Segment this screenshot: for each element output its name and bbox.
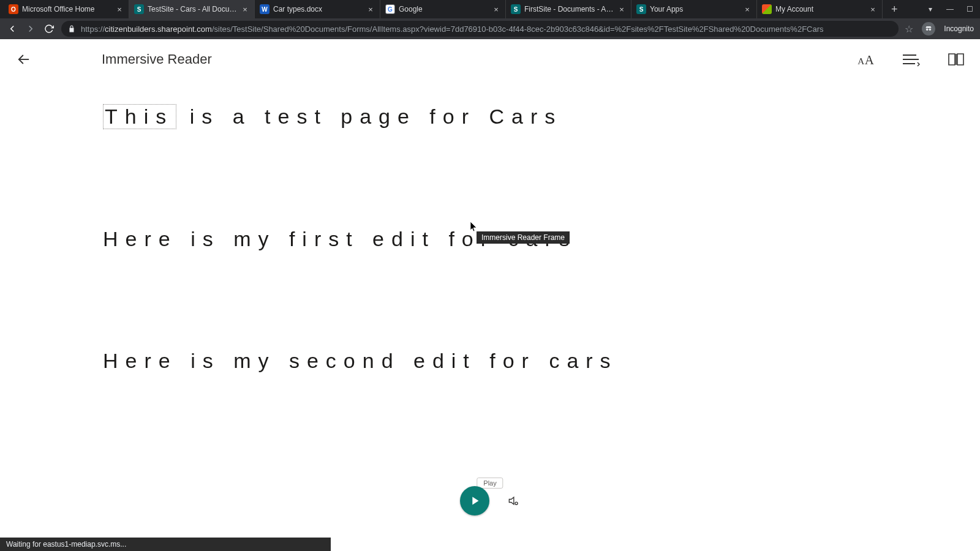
new-tab-button[interactable]: +: [888, 4, 902, 15]
url-text: https://citizenbuilders.sharepoint.com/s…: [81, 24, 824, 34]
minimize-icon[interactable]: —: [946, 5, 954, 13]
incognito-label: Incognito: [944, 24, 974, 33]
tab-title: Google: [399, 5, 488, 13]
browser-status-bar: Waiting for eastus1-mediap.svc.ms...: [0, 538, 331, 551]
tab-title: TestSite - Cars - All Documents: [148, 5, 237, 13]
window-controls: ▾ — ☐: [926, 5, 980, 13]
reader-content: This is a test page for Cars Here is my …: [0, 80, 980, 373]
svg-point-0: [926, 28, 929, 31]
office-favicon-icon: O: [9, 4, 18, 14]
tab-title: FirstSite - Documents - All Docu: [524, 5, 614, 13]
address-bar[interactable]: https://citizenbuilders.sharepoint.com/s…: [61, 21, 899, 37]
content-line-3: Here is my second edit for cars: [103, 349, 980, 373]
forward-button[interactable]: [24, 23, 37, 35]
close-icon[interactable]: ×: [743, 5, 752, 13]
reader-player: [0, 486, 980, 515]
content-line-1: This is a test page for Cars: [103, 104, 980, 129]
close-icon[interactable]: ×: [366, 5, 375, 13]
close-icon[interactable]: ×: [241, 5, 249, 13]
reload-button[interactable]: [43, 23, 55, 35]
svg-point-4: [515, 502, 518, 504]
word-favicon-icon: W: [260, 4, 270, 14]
address-row: https://citizenbuilders.sharepoint.com/s…: [0, 18, 980, 39]
reader-tools: AA: [855, 49, 967, 70]
text-preferences-button[interactable]: AA: [855, 49, 876, 70]
reading-preferences-button[interactable]: [946, 49, 967, 70]
reader-title: Immersive Reader: [102, 51, 212, 67]
tab-car-types-doc[interactable]: W Car types.docx ×: [255, 0, 380, 18]
browser-chrome: O Microsoft Office Home × S TestSite - C…: [0, 0, 980, 39]
tab-title: Your Apps: [650, 5, 739, 13]
tab-title: Microsoft Office Home: [22, 5, 111, 13]
play-button[interactable]: [460, 486, 489, 515]
microsoft-favicon-icon: [762, 4, 772, 14]
close-icon[interactable]: ×: [115, 5, 124, 13]
tab-title: My Account: [775, 5, 865, 13]
close-icon[interactable]: ×: [869, 5, 877, 13]
close-icon[interactable]: ×: [617, 5, 626, 13]
svg-point-1: [929, 28, 932, 31]
tab-my-account[interactable]: My Account ×: [757, 0, 883, 18]
immersive-reader-header: Immersive Reader AA: [0, 39, 980, 80]
tab-your-apps[interactable]: S Your Apps ×: [631, 0, 757, 18]
grammar-options-button[interactable]: [900, 49, 921, 70]
back-button[interactable]: [6, 23, 18, 35]
voice-settings-button[interactable]: [507, 494, 520, 508]
content-text: is a test page for Cars: [176, 105, 562, 128]
sharepoint-favicon-icon: S: [636, 4, 646, 14]
sharepoint-favicon-icon: S: [511, 4, 521, 14]
maximize-icon[interactable]: ☐: [965, 5, 974, 13]
google-favicon-icon: G: [385, 4, 395, 14]
tab-testsite-cars[interactable]: S TestSite - Cars - All Documents ×: [129, 0, 255, 18]
lock-icon: [67, 24, 76, 33]
bookmark-star-icon[interactable]: ☆: [905, 23, 913, 35]
tab-title: Car types.docx: [273, 5, 363, 13]
sharepoint-favicon-icon: S: [134, 4, 144, 14]
tab-google[interactable]: G Google ×: [380, 0, 506, 18]
reader-back-button[interactable]: [13, 49, 34, 70]
chevron-down-icon[interactable]: ▾: [926, 5, 935, 13]
tab-strip: O Microsoft Office Home × S TestSite - C…: [0, 0, 980, 18]
svg-text:A: A: [858, 56, 864, 66]
tab-office-home[interactable]: O Microsoft Office Home ×: [4, 0, 129, 18]
hover-tooltip: Immersive Reader Frame: [477, 231, 570, 244]
tab-firstsite-docs[interactable]: S FirstSite - Documents - All Docu ×: [506, 0, 631, 18]
highlighted-word: This: [103, 104, 176, 129]
svg-text:A: A: [865, 53, 874, 67]
incognito-avatar-icon[interactable]: [922, 22, 935, 36]
close-icon[interactable]: ×: [492, 5, 500, 13]
